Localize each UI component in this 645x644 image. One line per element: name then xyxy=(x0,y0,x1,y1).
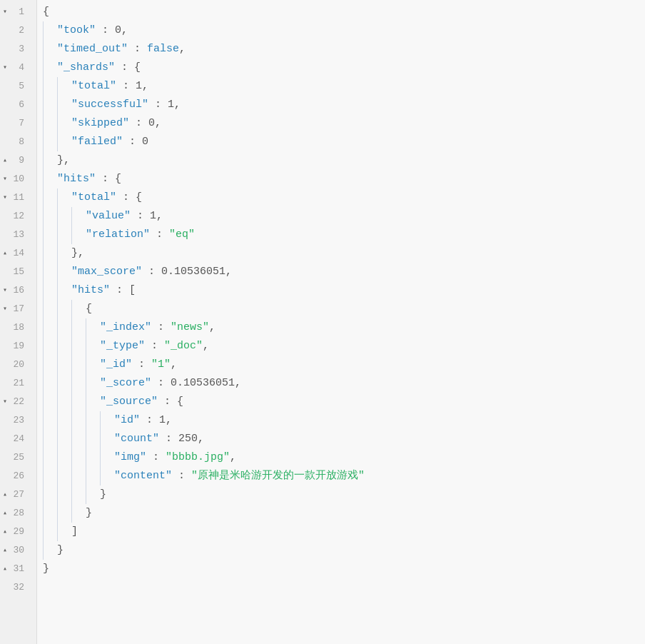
token: "took" xyxy=(57,22,96,39)
indent-guide xyxy=(57,114,71,133)
code-line: }, xyxy=(43,151,645,170)
fold-arrow[interactable]: ▾ xyxy=(0,303,10,315)
indent-guide xyxy=(43,374,57,393)
fold-arrow[interactable]: ▾ xyxy=(0,285,10,296)
token: }, xyxy=(71,245,84,262)
indent-guide xyxy=(86,430,100,448)
indent-guide xyxy=(57,96,71,114)
token: "_type" xyxy=(100,338,145,355)
token: 1 xyxy=(168,96,174,114)
indent-guide xyxy=(43,40,57,59)
line-number: 8 xyxy=(10,135,27,150)
code-line: "id" : 1, xyxy=(43,411,645,430)
fold-arrow[interactable]: ▴ xyxy=(0,155,10,166)
line-number-row: ▴27 xyxy=(0,485,36,504)
token: : xyxy=(151,319,171,336)
token: 1 xyxy=(136,78,142,95)
indent-guide xyxy=(57,485,71,504)
token: "bbbb.jpg" xyxy=(166,449,230,466)
token: "原神是米哈游开发的一款开放游戏" xyxy=(191,468,365,485)
indent-guide xyxy=(57,188,71,207)
token: "img" xyxy=(114,449,146,466)
token: , xyxy=(230,449,236,466)
indent-guide xyxy=(86,448,100,467)
token: : [ xyxy=(110,282,136,299)
line-number-row: ▴31 xyxy=(0,560,36,578)
line-number-row: 3 xyxy=(0,40,36,59)
indent-guide xyxy=(43,467,57,485)
token: "failed" xyxy=(71,134,123,151)
indent-guide xyxy=(43,485,57,504)
indent-guide xyxy=(43,244,57,263)
line-number-row: ▾11 xyxy=(0,188,36,207)
indent-guide xyxy=(43,356,57,374)
token: "hits" xyxy=(71,282,110,299)
fold-arrow[interactable]: ▴ xyxy=(0,248,10,259)
indent-guide xyxy=(43,114,57,133)
line-number: 4 xyxy=(10,61,27,76)
code-line: } xyxy=(43,504,645,523)
token: } xyxy=(86,505,92,522)
fold-arrow[interactable]: ▴ xyxy=(0,563,10,575)
token: 0 xyxy=(142,134,148,151)
code-line: "img" : "bbbb.jpg", xyxy=(43,448,645,467)
line-number: 22 xyxy=(10,395,27,410)
code-line: "_index" : "news", xyxy=(43,318,645,337)
indent-guide xyxy=(43,504,57,523)
token: 1 xyxy=(150,208,156,225)
token: : xyxy=(146,449,166,466)
indent-guide xyxy=(86,485,100,504)
token: , xyxy=(198,431,204,448)
fold-arrow[interactable]: ▾ xyxy=(0,6,10,18)
code-line: "total" : 1, xyxy=(43,77,645,96)
line-number-row: ▴29 xyxy=(0,523,36,541)
line-number: 12 xyxy=(10,209,27,224)
indent-guide xyxy=(57,337,71,356)
indent-guide xyxy=(100,448,114,467)
code-line: "_source" : { xyxy=(43,393,645,411)
line-number: 26 xyxy=(10,469,27,484)
indent-guide xyxy=(57,133,71,151)
indent-guide xyxy=(71,318,86,337)
fold-arrow[interactable]: ▴ xyxy=(0,545,10,556)
line-number: 5 xyxy=(10,79,27,94)
indent-guide xyxy=(43,77,57,96)
line-number: 1 xyxy=(10,5,27,20)
token: "_doc" xyxy=(164,338,203,355)
line-number-row: ▾17 xyxy=(0,300,36,318)
indent-guide xyxy=(86,318,100,337)
indent-guide xyxy=(57,356,71,374)
token: { xyxy=(86,301,92,318)
fold-arrow[interactable]: ▾ xyxy=(0,192,10,203)
indent-guide xyxy=(43,411,57,430)
token: , xyxy=(166,412,172,429)
indent-guide xyxy=(71,207,86,226)
indent-guide xyxy=(57,467,71,485)
fold-arrow[interactable]: ▴ xyxy=(0,508,10,519)
line-number-row: ▾1 xyxy=(0,3,36,21)
fold-arrow[interactable]: ▴ xyxy=(0,526,10,538)
fold-arrow[interactable]: ▾ xyxy=(0,62,10,74)
indent-guide xyxy=(43,188,57,207)
line-number: 24 xyxy=(10,432,27,447)
line-number-row: 26 xyxy=(0,467,36,485)
token: , xyxy=(142,78,148,95)
code-line: "timed_out" : false, xyxy=(43,40,645,59)
indent-guide xyxy=(71,485,86,504)
indent-guide xyxy=(71,300,86,318)
fold-arrow[interactable]: ▾ xyxy=(0,396,10,408)
token: : xyxy=(159,431,178,448)
token: ] xyxy=(71,523,78,540)
indent-guide xyxy=(86,374,100,393)
fold-arrow[interactable]: ▴ xyxy=(0,489,10,500)
line-number-row: 15 xyxy=(0,263,36,281)
line-number-row: 24 xyxy=(0,430,36,448)
token: , xyxy=(235,375,241,392)
line-number-row: 5 xyxy=(0,77,36,96)
token: : xyxy=(145,338,164,355)
token: "eq" xyxy=(169,226,195,243)
fold-arrow[interactable]: ▾ xyxy=(0,173,10,185)
token: } xyxy=(57,542,64,559)
line-number: 27 xyxy=(10,488,27,503)
token: : xyxy=(148,96,168,114)
